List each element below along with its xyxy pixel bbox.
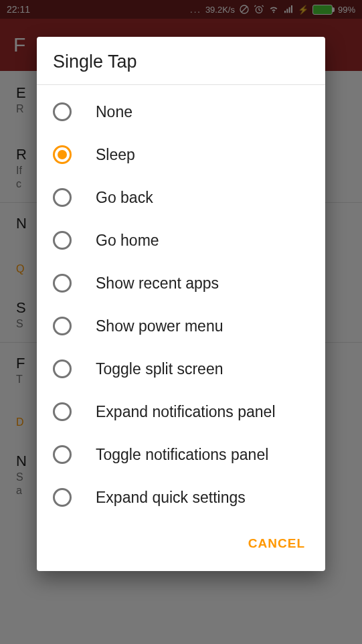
radio-icon[interactable] xyxy=(53,102,72,121)
option-row[interactable]: Go home xyxy=(37,219,325,262)
option-label: Show recent apps xyxy=(96,274,219,293)
option-label: Toggle notifications panel xyxy=(96,446,268,464)
radio-icon[interactable] xyxy=(53,231,72,250)
radio-icon[interactable] xyxy=(53,317,72,335)
option-row[interactable]: Go back xyxy=(37,176,325,219)
option-label: None xyxy=(96,103,132,121)
dialog-actions: CANCEL xyxy=(37,523,325,571)
option-row[interactable]: Show power menu xyxy=(37,305,325,347)
option-label: Expand notifications panel xyxy=(96,403,276,421)
radio-icon[interactable] xyxy=(53,359,72,378)
radio-icon[interactable] xyxy=(53,274,72,293)
option-label: Expand quick settings xyxy=(96,489,246,507)
option-row[interactable]: Toggle notifications panel xyxy=(37,433,325,476)
option-row[interactable]: Sleep xyxy=(37,133,325,176)
option-row[interactable]: Show recent apps xyxy=(37,262,325,305)
option-row[interactable]: Expand notifications panel xyxy=(37,390,325,433)
option-row[interactable]: Expand quick settings xyxy=(37,476,325,519)
radio-icon[interactable] xyxy=(53,402,72,421)
option-label: Go home xyxy=(96,232,159,250)
dialog-title: Single Tap xyxy=(37,37,325,85)
dialog-options-list: NoneSleepGo backGo homeShow recent appsS… xyxy=(37,85,325,523)
cancel-button[interactable]: CANCEL xyxy=(240,531,313,556)
single-tap-dialog: Single Tap NoneSleepGo backGo homeShow r… xyxy=(37,37,325,571)
radio-icon[interactable] xyxy=(53,145,72,164)
radio-icon[interactable] xyxy=(53,488,72,507)
option-label: Sleep xyxy=(96,146,135,164)
option-label: Show power menu xyxy=(96,317,223,335)
option-row[interactable]: Toggle split screen xyxy=(37,347,325,390)
option-row[interactable]: None xyxy=(37,90,325,133)
radio-icon[interactable] xyxy=(53,445,72,464)
radio-icon[interactable] xyxy=(53,188,72,207)
option-label: Go back xyxy=(96,189,153,207)
option-label: Toggle split screen xyxy=(96,360,223,378)
